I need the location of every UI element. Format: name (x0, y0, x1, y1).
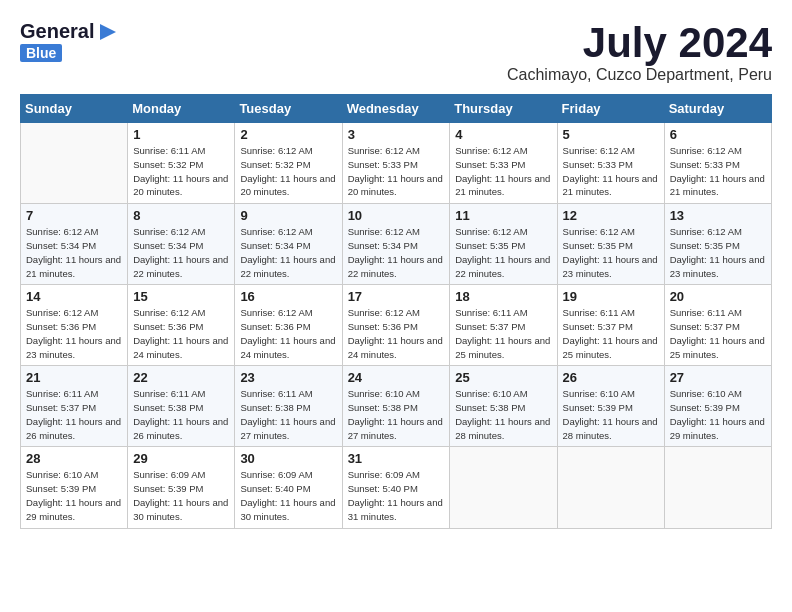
day-info: Sunrise: 6:11 AM Sunset: 5:38 PM Dayligh… (240, 387, 336, 442)
day-info: Sunrise: 6:10 AM Sunset: 5:39 PM Dayligh… (563, 387, 659, 442)
title-area: July 2024 Cachimayo, Cuzco Department, P… (507, 20, 772, 84)
day-number: 20 (670, 289, 766, 304)
calendar-header-row: Sunday Monday Tuesday Wednesday Thursday… (21, 95, 772, 123)
day-info: Sunrise: 6:09 AM Sunset: 5:39 PM Dayligh… (133, 468, 229, 523)
day-info: Sunrise: 6:11 AM Sunset: 5:37 PM Dayligh… (670, 306, 766, 361)
cell-week2-day1: 8 Sunrise: 6:12 AM Sunset: 5:34 PM Dayli… (128, 204, 235, 285)
sunset-text: Sunset: 5:39 PM (26, 483, 96, 494)
sunset-text: Sunset: 5:40 PM (240, 483, 310, 494)
sunset-text: Sunset: 5:33 PM (670, 159, 740, 170)
day-info: Sunrise: 6:12 AM Sunset: 5:35 PM Dayligh… (670, 225, 766, 280)
cell-week1-day5: 5 Sunrise: 6:12 AM Sunset: 5:33 PM Dayli… (557, 123, 664, 204)
cell-week1-day0 (21, 123, 128, 204)
day-number: 31 (348, 451, 445, 466)
day-number: 8 (133, 208, 229, 223)
col-friday: Friday (557, 95, 664, 123)
sunrise-text: Sunrise: 6:11 AM (26, 388, 98, 399)
day-info: Sunrise: 6:11 AM Sunset: 5:37 PM Dayligh… (455, 306, 551, 361)
day-info: Sunrise: 6:12 AM Sunset: 5:36 PM Dayligh… (240, 306, 336, 361)
day-info: Sunrise: 6:09 AM Sunset: 5:40 PM Dayligh… (240, 468, 336, 523)
daylight-text: Daylight: 11 hours and 30 minutes. (240, 497, 335, 522)
day-info: Sunrise: 6:12 AM Sunset: 5:36 PM Dayligh… (348, 306, 445, 361)
daylight-text: Daylight: 11 hours and 25 minutes. (455, 335, 550, 360)
day-info: Sunrise: 6:12 AM Sunset: 5:34 PM Dayligh… (240, 225, 336, 280)
day-number: 13 (670, 208, 766, 223)
sunrise-text: Sunrise: 6:11 AM (455, 307, 527, 318)
day-number: 18 (455, 289, 551, 304)
day-info: Sunrise: 6:12 AM Sunset: 5:34 PM Dayligh… (26, 225, 122, 280)
day-info: Sunrise: 6:10 AM Sunset: 5:39 PM Dayligh… (26, 468, 122, 523)
day-info: Sunrise: 6:11 AM Sunset: 5:32 PM Dayligh… (133, 144, 229, 199)
col-saturday: Saturday (664, 95, 771, 123)
sunset-text: Sunset: 5:38 PM (240, 402, 310, 413)
sunset-text: Sunset: 5:35 PM (563, 240, 633, 251)
cell-week3-day1: 15 Sunrise: 6:12 AM Sunset: 5:36 PM Dayl… (128, 285, 235, 366)
sunset-text: Sunset: 5:39 PM (133, 483, 203, 494)
daylight-text: Daylight: 11 hours and 21 minutes. (670, 173, 765, 198)
sunrise-text: Sunrise: 6:11 AM (133, 145, 205, 156)
daylight-text: Daylight: 11 hours and 23 minutes. (563, 254, 658, 279)
day-number: 30 (240, 451, 336, 466)
daylight-text: Daylight: 11 hours and 22 minutes. (240, 254, 335, 279)
cell-week5-day5 (557, 447, 664, 528)
sunrise-text: Sunrise: 6:12 AM (240, 307, 312, 318)
day-number: 11 (455, 208, 551, 223)
day-info: Sunrise: 6:09 AM Sunset: 5:40 PM Dayligh… (348, 468, 445, 523)
sunset-text: Sunset: 5:37 PM (455, 321, 525, 332)
cell-week4-day6: 27 Sunrise: 6:10 AM Sunset: 5:39 PM Dayl… (664, 366, 771, 447)
daylight-text: Daylight: 11 hours and 21 minutes. (563, 173, 658, 198)
day-info: Sunrise: 6:11 AM Sunset: 5:38 PM Dayligh… (133, 387, 229, 442)
col-sunday: Sunday (21, 95, 128, 123)
day-number: 26 (563, 370, 659, 385)
cell-week3-day3: 17 Sunrise: 6:12 AM Sunset: 5:36 PM Dayl… (342, 285, 450, 366)
day-number: 28 (26, 451, 122, 466)
daylight-text: Daylight: 11 hours and 27 minutes. (240, 416, 335, 441)
sunrise-text: Sunrise: 6:10 AM (348, 388, 420, 399)
sunrise-text: Sunrise: 6:09 AM (348, 469, 420, 480)
sunset-text: Sunset: 5:34 PM (348, 240, 418, 251)
day-info: Sunrise: 6:12 AM Sunset: 5:34 PM Dayligh… (348, 225, 445, 280)
day-info: Sunrise: 6:10 AM Sunset: 5:39 PM Dayligh… (670, 387, 766, 442)
calendar: Sunday Monday Tuesday Wednesday Thursday… (20, 94, 772, 528)
sunset-text: Sunset: 5:37 PM (563, 321, 633, 332)
sunset-text: Sunset: 5:34 PM (240, 240, 310, 251)
cell-week4-day4: 25 Sunrise: 6:10 AM Sunset: 5:38 PM Dayl… (450, 366, 557, 447)
sunrise-text: Sunrise: 6:09 AM (133, 469, 205, 480)
sunrise-text: Sunrise: 6:12 AM (133, 226, 205, 237)
cell-week4-day5: 26 Sunrise: 6:10 AM Sunset: 5:39 PM Dayl… (557, 366, 664, 447)
daylight-text: Daylight: 11 hours and 28 minutes. (455, 416, 550, 441)
cell-week2-day6: 13 Sunrise: 6:12 AM Sunset: 5:35 PM Dayl… (664, 204, 771, 285)
day-number: 21 (26, 370, 122, 385)
sunset-text: Sunset: 5:39 PM (563, 402, 633, 413)
cell-week4-day0: 21 Sunrise: 6:11 AM Sunset: 5:37 PM Dayl… (21, 366, 128, 447)
sunrise-text: Sunrise: 6:12 AM (670, 145, 742, 156)
col-wednesday: Wednesday (342, 95, 450, 123)
day-info: Sunrise: 6:10 AM Sunset: 5:38 PM Dayligh… (348, 387, 445, 442)
sunrise-text: Sunrise: 6:12 AM (240, 226, 312, 237)
header: General Blue July 2024 Cachimayo, Cuzco … (20, 20, 772, 84)
sunrise-text: Sunrise: 6:11 AM (240, 388, 312, 399)
sunset-text: Sunset: 5:38 PM (455, 402, 525, 413)
daylight-text: Daylight: 11 hours and 30 minutes. (133, 497, 228, 522)
day-info: Sunrise: 6:10 AM Sunset: 5:38 PM Dayligh… (455, 387, 551, 442)
day-number: 17 (348, 289, 445, 304)
sunrise-text: Sunrise: 6:12 AM (240, 145, 312, 156)
day-number: 7 (26, 208, 122, 223)
week-row-1: 1 Sunrise: 6:11 AM Sunset: 5:32 PM Dayli… (21, 123, 772, 204)
daylight-text: Daylight: 11 hours and 21 minutes. (455, 173, 550, 198)
cell-week3-day0: 14 Sunrise: 6:12 AM Sunset: 5:36 PM Dayl… (21, 285, 128, 366)
day-number: 14 (26, 289, 122, 304)
daylight-text: Daylight: 11 hours and 22 minutes. (133, 254, 228, 279)
day-number: 10 (348, 208, 445, 223)
daylight-text: Daylight: 11 hours and 20 minutes. (133, 173, 228, 198)
daylight-text: Daylight: 11 hours and 25 minutes. (563, 335, 658, 360)
sunrise-text: Sunrise: 6:12 AM (455, 145, 527, 156)
sunset-text: Sunset: 5:38 PM (133, 402, 203, 413)
daylight-text: Daylight: 11 hours and 25 minutes. (670, 335, 765, 360)
day-info: Sunrise: 6:12 AM Sunset: 5:33 PM Dayligh… (455, 144, 551, 199)
day-info: Sunrise: 6:12 AM Sunset: 5:33 PM Dayligh… (563, 144, 659, 199)
logo-blue-text: Blue (20, 44, 62, 62)
sunrise-text: Sunrise: 6:12 AM (26, 307, 98, 318)
col-thursday: Thursday (450, 95, 557, 123)
day-info: Sunrise: 6:12 AM Sunset: 5:35 PM Dayligh… (563, 225, 659, 280)
